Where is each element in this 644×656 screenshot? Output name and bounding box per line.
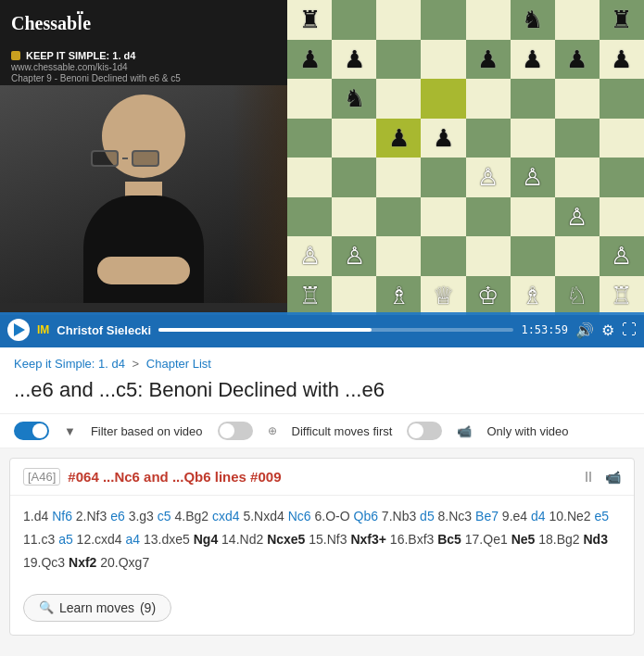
chess-cell — [421, 197, 465, 237]
play-button[interactable] — [7, 319, 30, 341]
move: Nc6 — [288, 509, 315, 524]
learn-moves-count: (9) — [140, 600, 156, 615]
chess-cell — [555, 79, 600, 119]
chess-cell — [287, 197, 332, 237]
move-list: 1.d4 Nf6 2.Nf3 e6 3.g3 c5 4.Bg2 cxd4 5.N… — [10, 496, 634, 585]
chess-cell — [600, 79, 644, 119]
move: Nf6 — [52, 509, 76, 524]
only-video-toggle[interactable] — [407, 422, 442, 440]
chess-cell: ♗ — [511, 276, 555, 316]
card-video-icon[interactable]: 📹 — [605, 470, 621, 485]
chess-cell: ♟ — [600, 40, 644, 80]
content-card: [A46] #064 ...Nc6 and ...Qb6 lines #009 … — [9, 458, 635, 636]
filter-video-label: Filter based on video — [91, 424, 203, 438]
move-num: 14.Nd2 — [221, 532, 267, 547]
chess-cell — [376, 79, 421, 119]
move-num: 7.Nb3 — [382, 509, 420, 524]
chess-cell — [555, 236, 600, 276]
chess-cell: ♕ — [421, 276, 465, 316]
learn-moves-button[interactable]: 🔍 Learn moves (9) — [23, 594, 171, 622]
filter-video-toggle[interactable] — [14, 422, 49, 440]
chess-cell — [511, 79, 555, 119]
chess-cell: ♟ — [332, 40, 376, 80]
move: Ncxe5 — [267, 532, 309, 547]
chess-cell: ♟ — [466, 40, 511, 80]
move: a4 — [126, 532, 144, 547]
chess-cell — [421, 158, 465, 197]
chess-cell: ♙ — [287, 236, 332, 276]
chess-cell: ♜ — [600, 0, 644, 40]
chess-cell — [555, 158, 600, 197]
chess-cell: ♗ — [376, 276, 421, 316]
chess-cell — [376, 158, 421, 197]
breadcrumb-chapter[interactable]: Chapter List — [146, 357, 211, 371]
chess-cell: ♘ — [555, 276, 600, 316]
volume-icon[interactable]: 🔊 — [575, 322, 594, 339]
chess-cell: ♞ — [511, 0, 555, 40]
chess-cell: ♙ — [511, 158, 555, 197]
chess-cell — [332, 197, 376, 237]
chess-cell — [466, 119, 511, 158]
page-title: ...e6 and ...c5: Benoni Declined with ..… — [14, 378, 630, 402]
move: Ng4 — [194, 532, 221, 547]
site-logo: Chessabl̈e — [11, 12, 91, 34]
chess-cell — [600, 158, 644, 197]
instructor-name: Christof Sielecki — [57, 323, 151, 337]
move: a5 — [58, 532, 76, 547]
chess-cell: ♟ — [511, 40, 555, 80]
progress-bar[interactable] — [158, 328, 513, 332]
difficult-first-toggle[interactable] — [218, 422, 253, 440]
move-num: 16.Bxf3 — [390, 532, 437, 547]
chess-cell — [376, 0, 421, 40]
chess-cell — [332, 158, 376, 197]
chess-cell: ♙ — [600, 236, 644, 276]
difficult-first-knob — [220, 423, 234, 438]
move-num: 20.Qxg7 — [100, 555, 149, 570]
chess-cell — [511, 119, 555, 158]
chess-cell — [511, 197, 555, 237]
chess-cell — [555, 0, 600, 40]
breadcrumb-course[interactable]: Keep it Simple: 1. d4 — [14, 357, 125, 371]
move: d5 — [420, 509, 437, 524]
settings-icon[interactable]: ⚙ — [601, 322, 614, 339]
chess-cell: ♟ — [421, 119, 465, 158]
instructor-image — [0, 85, 287, 303]
chess-cell — [332, 276, 376, 316]
page-title-area: ...e6 and ...c5: Benoni Declined with ..… — [0, 374, 644, 413]
chess-cell — [376, 236, 421, 276]
learn-moves-label: Learn moves — [59, 600, 134, 615]
chess-cell: ♙ — [466, 158, 511, 197]
chess-cell: ♟ — [555, 40, 600, 80]
difficulty-icon: ⊕ — [268, 424, 277, 437]
chess-cell — [421, 236, 465, 276]
chess-cell: ♟ — [376, 119, 421, 158]
chess-cell — [332, 119, 376, 158]
search-icon: 🔍 — [39, 600, 54, 614]
course-tag: KEEP IT SIMPLE: 1. d4 — [26, 50, 135, 61]
chess-cell: ♟ — [287, 40, 332, 80]
chess-cell — [421, 79, 465, 119]
card-header-left: [A46] #064 ...Nc6 and ...Qb6 lines #009 — [23, 468, 281, 486]
course-url: www.chessable.com/kis-1d4 — [11, 62, 276, 72]
move: Qb6 — [354, 509, 382, 524]
move: Nxf2 — [69, 555, 100, 570]
video-controls: IM Christof Sielecki 1:53:59 🔊 ⚙ ⛶ — [0, 312, 644, 347]
fullscreen-icon[interactable]: ⛶ — [622, 322, 637, 338]
move-num: 12.cxd4 — [77, 532, 126, 547]
im-badge: IM — [37, 323, 49, 336]
chess-cell: ♙ — [332, 236, 376, 276]
chess-cell — [287, 119, 332, 158]
move-num: 15.Nf3 — [309, 532, 350, 547]
card-header: [A46] #064 ...Nc6 and ...Qb6 lines #009 … — [10, 459, 634, 496]
chess-cell — [600, 197, 644, 237]
filter-video-knob — [32, 423, 47, 438]
only-video-label: Only with video — [486, 424, 568, 438]
move: Be7 — [475, 509, 502, 524]
move-num: 10.Ne2 — [549, 509, 594, 524]
move-num: 3.g3 — [129, 509, 158, 524]
move: cxd4 — [212, 509, 243, 524]
pause-icon[interactable]: ⏸ — [581, 469, 596, 486]
chess-cell — [600, 119, 644, 158]
chess-cell — [421, 0, 465, 40]
move: Nxf3+ — [350, 532, 389, 547]
